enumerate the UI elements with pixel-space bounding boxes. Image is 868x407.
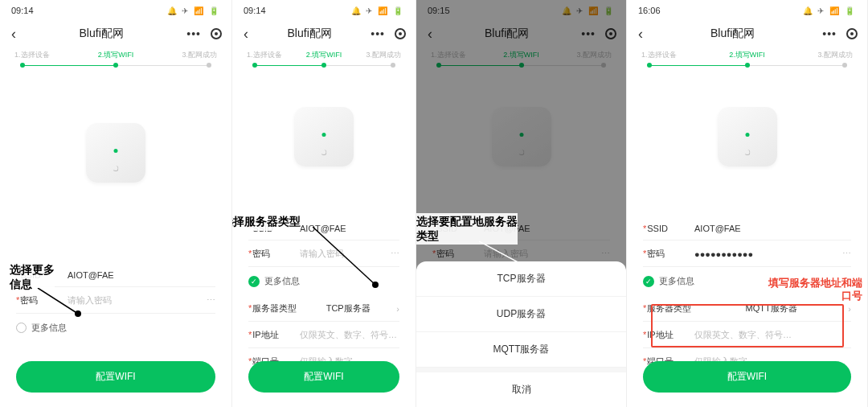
phone-screen-1: 09:14 🔔 ✈ 📶 🔋 ‹ Blufi配网 ••• 1.选择设备 2.填写W…	[0, 0, 232, 407]
app-bar: ‹ Blufi配网 •••	[0, 21, 231, 47]
wizard-steps: 1.选择设备 2.填写WIFI 3.配网成功	[232, 47, 416, 60]
svg-point-3	[372, 282, 379, 288]
back-icon[interactable]: ‹	[244, 26, 248, 43]
back-icon[interactable]: ‹	[638, 26, 643, 43]
status-icons: 🔔 ✈ 📶 🔋	[803, 6, 856, 15]
action-sheet: TCP服务器 UDP服务器 MQTT服务器 取消	[416, 261, 626, 407]
visibility-toggle[interactable]: ⋯	[207, 295, 215, 306]
submit-button[interactable]: 配置WIFI	[248, 361, 399, 393]
callout-fill-server: 填写服务器地址和端 口号	[768, 275, 862, 305]
sheet-cancel[interactable]: 取消	[416, 368, 626, 407]
highlight-box	[651, 304, 844, 347]
more-menu-icon[interactable]: •••	[371, 27, 385, 40]
sheet-option-udp[interactable]: UDP服务器	[416, 297, 626, 332]
wizard-steps: 1.选择设备 2.填写WIFI 3.配网成功	[627, 47, 867, 60]
visibility-toggle[interactable]: ⋯	[391, 249, 399, 259]
device-image	[294, 107, 354, 166]
target-icon[interactable]	[395, 28, 406, 39]
callout-arrow	[36, 288, 84, 320]
device-image	[718, 107, 777, 166]
target-icon[interactable]	[846, 28, 858, 39]
more-info-label: 更多信息	[31, 322, 67, 334]
status-icons: 🔔 ✈ 📶 🔋	[351, 6, 404, 15]
phone-screen-4: 16:06 🔔 ✈ 📶 🔋 ‹ Blufi配网 ••• 1.选择设备 2.填写W…	[627, 0, 868, 407]
password-row[interactable]: *密码 ●●●●●●●●●●● ⋯	[643, 240, 851, 267]
page-title: Blufi配网	[288, 27, 332, 41]
step-2: 2.填写WIFI	[98, 50, 134, 60]
back-icon[interactable]: ‹	[11, 26, 16, 43]
wizard-steps: 1.选择设备 2.填写WIFI 3.配网成功	[0, 47, 231, 60]
clock: 16:06	[638, 6, 661, 15]
status-bar: 09:14 🔔 ✈ 📶 🔋	[0, 0, 231, 21]
ip-row[interactable]: *IP地址 仅限英文、数字、符号…	[248, 322, 399, 348]
status-icons: 🔔 ✈ 📶 🔋	[167, 6, 220, 15]
phone-screen-2: 09:14 🔔 ✈ 📶 🔋 ‹ Blufi配网 ••• 1.选择设备 2.填写W…	[232, 0, 416, 407]
svg-line-0	[38, 288, 78, 314]
checkbox-unchecked-icon	[16, 323, 27, 333]
server-type-row[interactable]: *服务器类型 TCP服务器 ›	[248, 295, 399, 322]
checkbox-checked-icon: ✓	[248, 276, 260, 287]
submit-button[interactable]: 配置WIFI	[16, 361, 215, 393]
svg-point-1	[75, 310, 81, 317]
page-title: Blufi配网	[710, 27, 755, 41]
callout-server-type: 选择服务器类型	[232, 213, 301, 231]
visibility-toggle[interactable]: ⋯	[842, 249, 851, 259]
submit-button[interactable]: 配置WIFI	[643, 361, 851, 393]
step-progress	[23, 62, 209, 72]
page-title: Blufi配网	[80, 27, 124, 41]
ssid-value: AIOT@FAE	[68, 270, 114, 280]
clock: 09:14	[11, 6, 34, 15]
status-bar: 09:14 🔔 ✈ 📶 🔋	[232, 0, 416, 21]
app-bar: ‹ Blufi配网 •••	[232, 21, 416, 47]
app-bar: ‹ Blufi配网 •••	[627, 21, 867, 47]
checkbox-checked-icon: ✓	[643, 276, 654, 287]
password-label: 密码	[20, 295, 38, 305]
chevron-right-icon: ›	[848, 304, 851, 314]
step-3: 3.配网成功	[182, 50, 217, 60]
sheet-option-tcp[interactable]: TCP服务器	[416, 261, 626, 297]
ssid-row[interactable]: *SSID AIOT@FAE	[643, 216, 851, 240]
callout-arrow	[313, 227, 385, 291]
phone-screen-3: 09:15 🔔 ✈ 📶 🔋 ‹ Blufi配网 ••• 1.选择设备 2.填写W…	[416, 0, 627, 407]
step-progress	[649, 62, 845, 72]
target-icon[interactable]	[211, 28, 222, 39]
svg-line-2	[313, 227, 375, 285]
password-masked: ●●●●●●●●●●●	[694, 249, 753, 259]
callout-choose-server: 选择要配置地服务器 类型	[416, 213, 518, 245]
step-progress	[255, 62, 393, 72]
server-type-value: TCP服务器	[326, 302, 371, 314]
more-menu-icon[interactable]: •••	[822, 27, 837, 40]
step-1: 1.选择设备	[14, 50, 50, 60]
sheet-option-mqtt[interactable]: MQTT服务器	[416, 332, 626, 368]
status-bar: 16:06 🔔 ✈ 📶 🔋	[627, 0, 867, 21]
more-menu-icon[interactable]: •••	[186, 27, 201, 40]
chevron-right-icon: ›	[396, 304, 399, 314]
clock: 09:14	[244, 6, 266, 15]
device-image	[86, 123, 145, 183]
